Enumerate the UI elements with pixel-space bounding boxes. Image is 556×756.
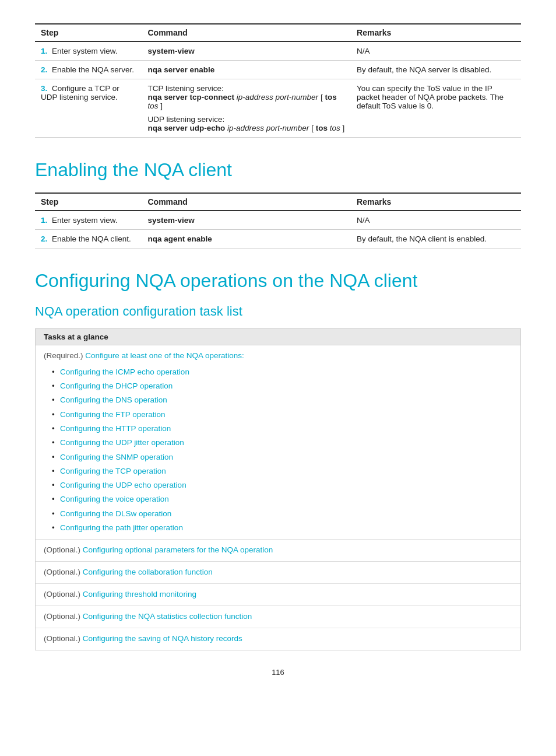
bullet-link[interactable]: Configuring the DNS operation	[60, 396, 167, 404]
remarks-text: You can specify the ToS value in the IP …	[351, 79, 521, 138]
step-label: Enter system view.	[52, 216, 118, 225]
remarks-text: By default, the NQA server is disabled.	[351, 61, 521, 79]
tcp-label: TCP listening service:	[147, 84, 223, 93]
table1-header-step: Step	[35, 24, 142, 41]
bullet-link[interactable]: Configuring the SNMP operation	[60, 453, 173, 461]
bullet-link[interactable]: Configuring the UDP echo operation	[60, 481, 186, 489]
optional-link[interactable]: Configuring the saving of NQA history re…	[83, 634, 242, 643]
bullet-link[interactable]: Configuring the TCP operation	[60, 467, 166, 475]
task-box-optional-row: (Optional.) Configuring optional paramet…	[36, 540, 520, 562]
table-row: 1. Enter system view. system-view N/A	[35, 41, 521, 61]
bullet-link[interactable]: Configuring the HTTP operation	[60, 424, 171, 433]
optional-link[interactable]: Configuring the NQA statistics collectio…	[83, 612, 252, 621]
step-label: Enable the NQA client.	[52, 235, 131, 243]
table2-header-step: Step	[35, 193, 142, 211]
task-box-optional-row: (Optional.) Configuring the saving of NQ…	[36, 628, 520, 650]
bullet-link[interactable]: Configuring the DHCP operation	[60, 382, 173, 390]
list-item: Configuring the ICMP echo operation	[50, 365, 512, 379]
command-text: nqa server enable	[147, 65, 214, 74]
task-box: Tasks at a glance (Required.) Configure …	[35, 328, 521, 650]
step-num: 1.	[41, 216, 47, 225]
step-num: 2.	[41, 235, 47, 243]
bullet-link[interactable]: Configuring the UDP jitter operation	[60, 438, 184, 447]
list-item: Configuring the DHCP operation	[50, 379, 512, 393]
table-row: 3. Configure a TCP or UDP listening serv…	[35, 79, 521, 138]
bullet-link[interactable]: Configuring the DLSw operation	[60, 509, 171, 518]
task-box-optional-row: (Optional.) Configuring threshold monito…	[36, 584, 520, 606]
list-item: Configuring the DNS operation	[50, 393, 512, 407]
client-config-table: Step Command Remarks 1. Enter system vie…	[35, 192, 521, 249]
optional-prefix: (Optional.)	[44, 568, 83, 576]
optional-prefix: (Optional.)	[44, 590, 83, 598]
table1-header-remarks: Remarks	[351, 24, 521, 41]
table1-header-command: Command	[142, 24, 351, 41]
step-label: Enter system view.	[52, 47, 118, 55]
remarks-text: N/A	[351, 211, 521, 230]
remarks-text: N/A	[351, 41, 521, 61]
step-num: 3.	[41, 84, 47, 93]
section1-title: Enabling the NQA client	[35, 159, 521, 181]
table-row: 2. Enable the NQA server. nqa server ena…	[35, 61, 521, 79]
tcp-command: nqa server tcp-connect	[147, 93, 234, 102]
optional-prefix: (Optional.)	[44, 634, 83, 643]
step-label: Configure a TCP or UDP listening service…	[41, 84, 119, 102]
list-item: Configuring the TCP operation	[50, 464, 512, 478]
udp-command: nqa server udp-echo	[147, 124, 225, 132]
command-text: system-view	[147, 216, 194, 225]
optional-link[interactable]: Configuring optional parameters for the …	[83, 545, 273, 554]
bullet-link[interactable]: Configuring the ICMP echo operation	[60, 368, 189, 376]
page-number: 116	[35, 668, 521, 677]
udp-params: ip-address port-number	[227, 124, 309, 132]
remarks-text: By default, the NQA client is enabled.	[351, 230, 521, 249]
task-box-required-row: (Required.) Configure at least one of th…	[36, 345, 520, 540]
optional-prefix: (Optional.)	[44, 545, 83, 554]
list-item: Configuring the HTTP operation	[50, 422, 512, 436]
section2-title: Configuring NQA operations on the NQA cl…	[35, 270, 521, 292]
bullet-link[interactable]: Configuring the path jitter operation	[60, 523, 183, 532]
required-link[interactable]: Configure at least one of the NQA operat…	[85, 351, 244, 360]
step-label: Enable the NQA server.	[52, 65, 134, 74]
list-item: Configuring the path jitter operation	[50, 521, 512, 535]
task-box-optional-row: (Optional.) Configuring the NQA statisti…	[36, 606, 520, 628]
list-item: Configuring the voice operation	[50, 492, 512, 506]
optional-link[interactable]: Configuring threshold monitoring	[83, 590, 196, 598]
command-text: system-view	[147, 47, 194, 55]
step-num: 1.	[41, 47, 47, 55]
list-item: Configuring the DLSw operation	[50, 507, 512, 521]
subsection1-title: NQA operation configuration task list	[35, 304, 521, 319]
table2-header-command: Command	[142, 193, 351, 211]
step-num: 2.	[41, 65, 47, 74]
server-config-table: Step Command Remarks 1. Enter system vie…	[35, 23, 521, 138]
required-prefix: (Required.)	[44, 351, 85, 360]
task-box-optional-row: (Optional.) Configuring the collaboratio…	[36, 562, 520, 584]
table2-header-remarks: Remarks	[351, 193, 521, 211]
optional-prefix: (Optional.)	[44, 612, 83, 621]
table-row: 1. Enter system view. system-view N/A	[35, 211, 521, 230]
bullet-list: Configuring the ICMP echo operation Conf…	[44, 365, 512, 536]
table-row: 2. Enable the NQA client. nqa agent enab…	[35, 230, 521, 249]
task-box-header: Tasks at a glance	[36, 329, 520, 345]
udp-label: UDP listening service:	[147, 115, 224, 124]
bullet-link[interactable]: Configuring the voice operation	[60, 495, 169, 503]
list-item: Configuring the UDP echo operation	[50, 478, 512, 492]
list-item: Configuring the SNMP operation	[50, 450, 512, 464]
list-item: Configuring the UDP jitter operation	[50, 436, 512, 450]
bullet-link[interactable]: Configuring the FTP operation	[60, 410, 166, 419]
optional-link[interactable]: Configuring the collaboration function	[83, 568, 213, 576]
command-text: nqa agent enable	[147, 235, 212, 243]
tcp-params: ip-address port-number	[237, 93, 318, 102]
list-item: Configuring the FTP operation	[50, 408, 512, 422]
